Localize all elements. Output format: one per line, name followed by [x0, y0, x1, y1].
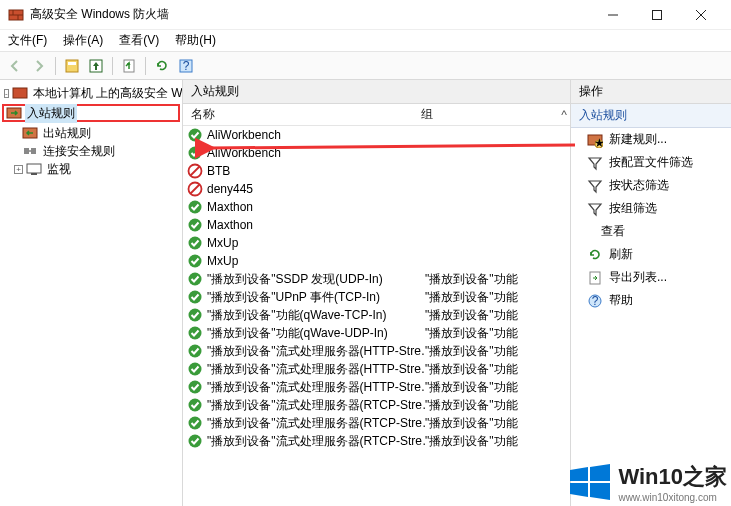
action-filter-profile[interactable]: 按配置文件筛选 [571, 151, 731, 174]
actions-panel-title: 操作 [571, 80, 731, 104]
toolbar-help-button[interactable]: ? [175, 55, 197, 77]
rule-row[interactable]: BTB [183, 162, 570, 180]
rule-name: deny445 [207, 182, 425, 196]
tree-connection-security[interactable]: 连接安全规则 [0, 142, 182, 160]
rule-name: AliWorkbench [207, 146, 425, 160]
connsec-icon [22, 143, 38, 159]
rule-name: "播放到设备"流式处理服务器(RTCP-Stre… [207, 415, 425, 432]
expander-icon[interactable]: + [14, 165, 23, 174]
export-icon [587, 270, 603, 286]
rule-name: "播放到设备"流式处理服务器(HTTP-Stre… [207, 361, 425, 378]
col-header-group[interactable]: 组 [413, 106, 558, 123]
rule-row[interactable]: "播放到设备"流式处理服务器(HTTP-Stre…"播放到设备"功能 [183, 378, 570, 396]
svg-rect-14 [13, 88, 27, 98]
action-refresh[interactable]: 刷新 [571, 243, 731, 266]
expander-icon[interactable]: - [4, 89, 9, 98]
content-area: - 本地计算机 上的高级安全 Win 入站规则 出站规则 连接安全规则 + 监视… [0, 80, 731, 506]
actions-section-title: 入站规则 [571, 104, 731, 128]
rule-name: "播放到设备"功能(qWave-TCP-In) [207, 307, 425, 324]
allow-icon [187, 127, 203, 143]
menu-view[interactable]: 查看(V) [117, 30, 161, 51]
rule-name: "播放到设备"UPnP 事件(TCP-In) [207, 289, 425, 306]
allow-icon [187, 343, 203, 359]
rule-row[interactable]: "播放到设备"功能(qWave-TCP-In)"播放到设备"功能 [183, 306, 570, 324]
filter-icon [587, 155, 603, 171]
menu-action[interactable]: 操作(A) [61, 30, 105, 51]
rule-group: "播放到设备"功能 [425, 343, 566, 360]
rules-list[interactable]: AliWorkbenchAliWorkbenchBTBdeny445Maxtho… [183, 126, 570, 506]
action-filter-state[interactable]: 按状态筛选 [571, 174, 731, 197]
rule-row[interactable]: "播放到设备"流式处理服务器(RTCP-Stre…"播放到设备"功能 [183, 414, 570, 432]
firewall-icon [8, 7, 24, 23]
inbound-icon [6, 105, 22, 121]
allow-icon [187, 235, 203, 251]
col-header-name[interactable]: 名称 [183, 106, 413, 123]
action-filter-group[interactable]: 按组筛选 [571, 197, 731, 220]
tree-monitor[interactable]: + 监视 [0, 160, 182, 178]
block-icon [187, 163, 203, 179]
rule-row[interactable]: "播放到设备"UPnP 事件(TCP-In)"播放到设备"功能 [183, 288, 570, 306]
rule-row[interactable]: AliWorkbench [183, 126, 570, 144]
allow-icon [187, 289, 203, 305]
rule-name: AliWorkbench [207, 128, 425, 142]
minimize-button[interactable] [591, 1, 635, 29]
rule-row[interactable]: Maxthon [183, 198, 570, 216]
rule-row[interactable]: "播放到设备"流式处理服务器(HTTP-Stre…"播放到设备"功能 [183, 360, 570, 378]
svg-text:★: ★ [594, 136, 604, 148]
toolbar-up-button[interactable] [85, 55, 107, 77]
allow-icon [187, 397, 203, 413]
action-help[interactable]: ? 帮助 [571, 289, 731, 312]
toolbar-export-button[interactable] [118, 55, 140, 77]
filter-icon [587, 201, 603, 217]
allow-icon [187, 433, 203, 449]
action-view[interactable]: 查看 [571, 220, 731, 243]
rule-group: "播放到设备"功能 [425, 271, 566, 288]
rule-name: "播放到设备"流式处理服务器(HTTP-Stre… [207, 343, 425, 360]
action-export[interactable]: 导出列表... [571, 266, 731, 289]
svg-rect-18 [31, 148, 36, 154]
tree-root-label: 本地计算机 上的高级安全 Win [31, 84, 183, 103]
tree-inbound-rules[interactable]: 入站规则 [2, 104, 180, 122]
col-scroll-marker: ^ [558, 108, 570, 122]
rule-group: "播放到设备"功能 [425, 289, 566, 306]
forward-button [28, 55, 50, 77]
action-export-label: 导出列表... [609, 269, 667, 286]
tree-root[interactable]: - 本地计算机 上的高级安全 Win [0, 84, 182, 102]
rule-name: Maxthon [207, 200, 425, 214]
allow-icon [187, 271, 203, 287]
rule-row[interactable]: MxUp [183, 252, 570, 270]
rule-row[interactable]: "播放到设备"流式处理服务器(RTCP-Stre…"播放到设备"功能 [183, 432, 570, 450]
rule-row[interactable]: "播放到设备"SSDP 发现(UDP-In)"播放到设备"功能 [183, 270, 570, 288]
rule-row[interactable]: "播放到设备"功能(qWave-UDP-In)"播放到设备"功能 [183, 324, 570, 342]
rule-name: Maxthon [207, 218, 425, 232]
toolbar-action-button[interactable] [61, 55, 83, 77]
tree-outbound-rules[interactable]: 出站规则 [0, 124, 182, 142]
rule-row[interactable]: deny445 [183, 180, 570, 198]
action-new-rule[interactable]: ★ 新建规则... [571, 128, 731, 151]
svg-text:?: ? [592, 294, 599, 308]
rule-row[interactable]: "播放到设备"流式处理服务器(HTTP-Stre…"播放到设备"功能 [183, 342, 570, 360]
rule-row[interactable]: "播放到设备"流式处理服务器(RTCP-Stre…"播放到设备"功能 [183, 396, 570, 414]
tree-connsec-label: 连接安全规则 [41, 142, 117, 161]
allow-icon [187, 253, 203, 269]
rule-row[interactable]: MxUp [183, 234, 570, 252]
rule-group: "播放到设备"功能 [425, 397, 566, 414]
rule-row[interactable]: AliWorkbench [183, 144, 570, 162]
menu-file[interactable]: 文件(F) [6, 30, 49, 51]
action-refresh-label: 刷新 [609, 246, 633, 263]
svg-text:?: ? [183, 59, 190, 73]
rule-row[interactable]: Maxthon [183, 216, 570, 234]
allow-icon [187, 217, 203, 233]
rule-name: "播放到设备"流式处理服务器(RTCP-Stre… [207, 397, 425, 414]
tree-outbound-label: 出站规则 [41, 124, 93, 143]
rule-name: "播放到设备"SSDP 发现(UDP-In) [207, 271, 425, 288]
svg-rect-20 [27, 164, 41, 173]
close-button[interactable] [679, 1, 723, 29]
action-new-rule-label: 新建规则... [609, 131, 667, 148]
maximize-button[interactable] [635, 1, 679, 29]
title-bar: 高级安全 Windows 防火墙 [0, 0, 731, 30]
rule-group: "播放到设备"功能 [425, 307, 566, 324]
rule-name: MxUp [207, 254, 425, 268]
toolbar-refresh-button[interactable] [151, 55, 173, 77]
menu-help[interactable]: 帮助(H) [173, 30, 218, 51]
